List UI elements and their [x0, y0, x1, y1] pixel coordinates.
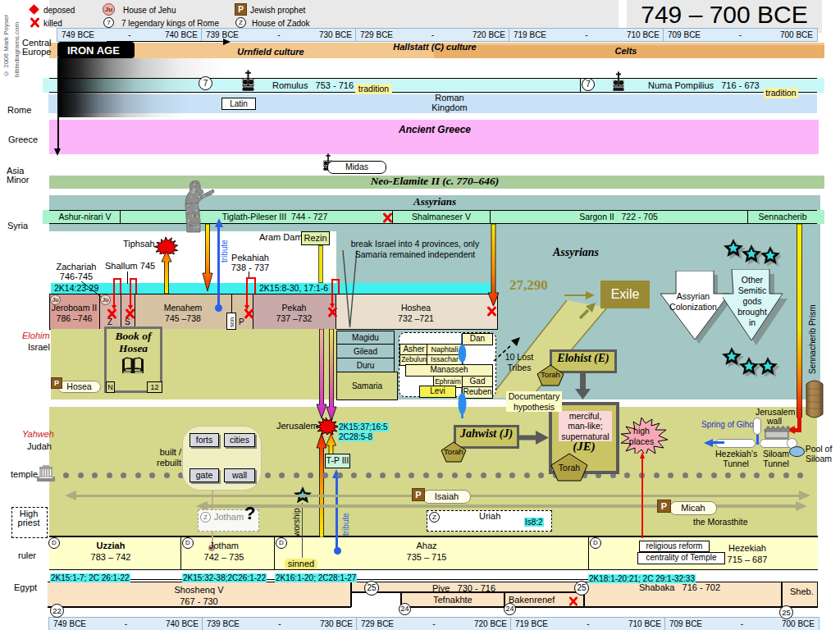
svg-text:Semitic: Semitic: [738, 285, 766, 295]
svg-text:brought: brought: [737, 307, 767, 317]
svg-text:in: in: [749, 317, 756, 327]
svg-text:gods: gods: [743, 296, 762, 306]
svg-text:Torah: Torah: [541, 370, 560, 379]
svg-text:Torah: Torah: [444, 447, 463, 456]
svg-text:Torah: Torah: [559, 463, 580, 472]
svg-text:Colonization: Colonization: [669, 302, 717, 312]
svg-text:Other: Other: [742, 275, 764, 285]
svg-text:Assyrian: Assyrian: [677, 291, 710, 301]
